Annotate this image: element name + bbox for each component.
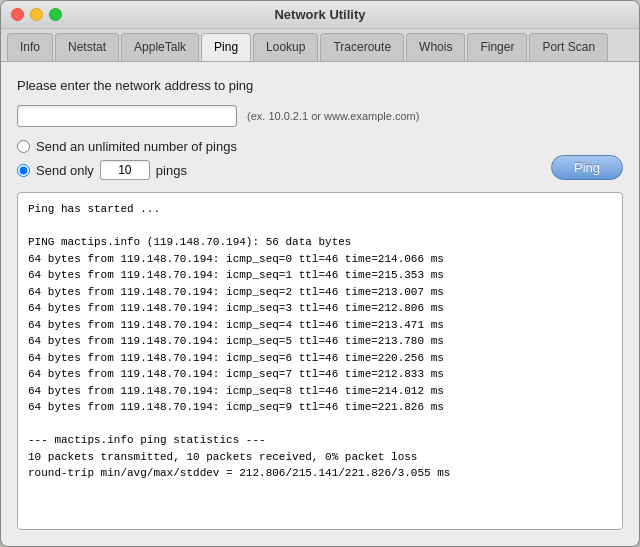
address-row: (ex. 10.0.2.1 or www.example.com) [17,105,623,127]
tab-netstat[interactable]: Netstat [55,33,119,61]
maximize-button[interactable] [49,8,62,21]
window-title: Network Utility [274,7,365,22]
close-button[interactable] [11,8,24,21]
title-bar: Network Utility [1,1,639,29]
radio-only-row: Send only pings [17,160,237,180]
radio-unlimited-label: Send an unlimited number of pings [36,139,237,154]
radio-group: Send an unlimited number of pings Send o… [17,139,237,180]
tab-whois[interactable]: Whois [406,33,465,61]
main-window: Network Utility Info Netstat AppleTalk P… [0,0,640,547]
main-content: Please enter the network address to ping… [1,62,639,546]
ping-button[interactable]: Ping [551,155,623,180]
radio-sendonly[interactable] [17,164,30,177]
radio-unlimited[interactable] [17,140,30,153]
radio-unlimited-row: Send an unlimited number of pings [17,139,237,154]
minimize-button[interactable] [30,8,43,21]
tab-port-scan[interactable]: Port Scan [529,33,608,61]
tab-ping[interactable]: Ping [201,33,251,61]
radio-only-label: Send only [36,163,94,178]
window-controls [11,8,62,21]
prompt-label: Please enter the network address to ping [17,78,623,93]
tab-finger[interactable]: Finger [467,33,527,61]
ping-count-input[interactable] [100,160,150,180]
tab-info[interactable]: Info [7,33,53,61]
tab-traceroute[interactable]: Traceroute [320,33,404,61]
address-hint: (ex. 10.0.2.1 or www.example.com) [247,110,419,122]
tab-appletalk[interactable]: AppleTalk [121,33,199,61]
tab-lookup[interactable]: Lookup [253,33,318,61]
tab-bar: Info Netstat AppleTalk Ping Lookup Trace… [1,29,639,62]
ping-row: Send an unlimited number of pings Send o… [17,139,623,180]
pings-label: pings [156,163,187,178]
address-input[interactable] [17,105,237,127]
output-area[interactable]: Ping has started ... PING mactips.info (… [17,192,623,530]
